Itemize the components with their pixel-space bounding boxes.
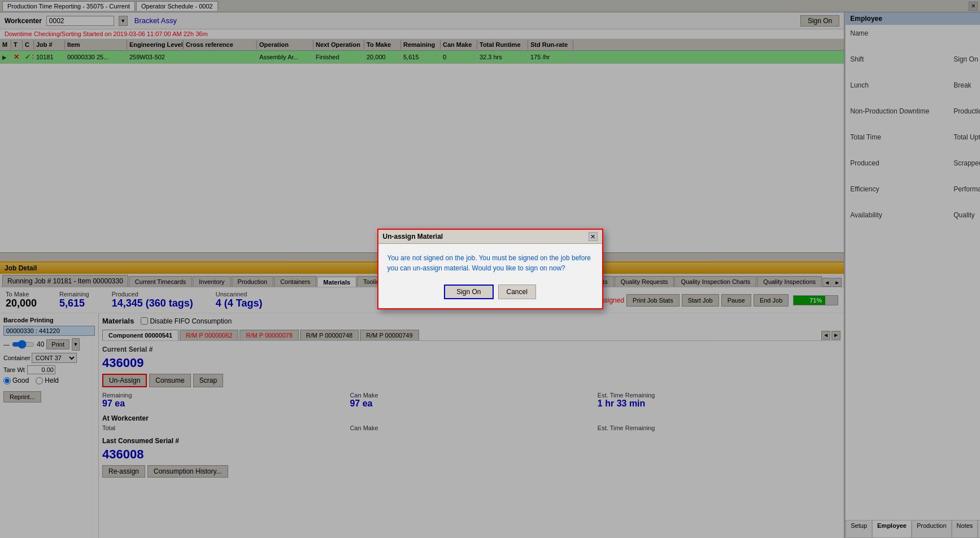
modal-message: You are not signed on the job. You must … — [387, 253, 593, 273]
modal-overlay: Un-assign Material ✕ You are not signed … — [0, 0, 980, 538]
modal-close-button[interactable]: ✕ — [589, 232, 598, 241]
modal-buttons: Sign On Cancel — [387, 285, 593, 299]
modal-sign-on-button[interactable]: Sign On — [444, 285, 493, 299]
un-assign-material-dialog: Un-assign Material ✕ You are not signed … — [377, 229, 603, 309]
modal-title: Un-assign Material — [383, 233, 443, 240]
modal-body: You are not signed on the job. You must … — [378, 244, 602, 308]
modal-cancel-button[interactable]: Cancel — [498, 285, 536, 299]
modal-title-bar: Un-assign Material ✕ — [378, 230, 602, 244]
